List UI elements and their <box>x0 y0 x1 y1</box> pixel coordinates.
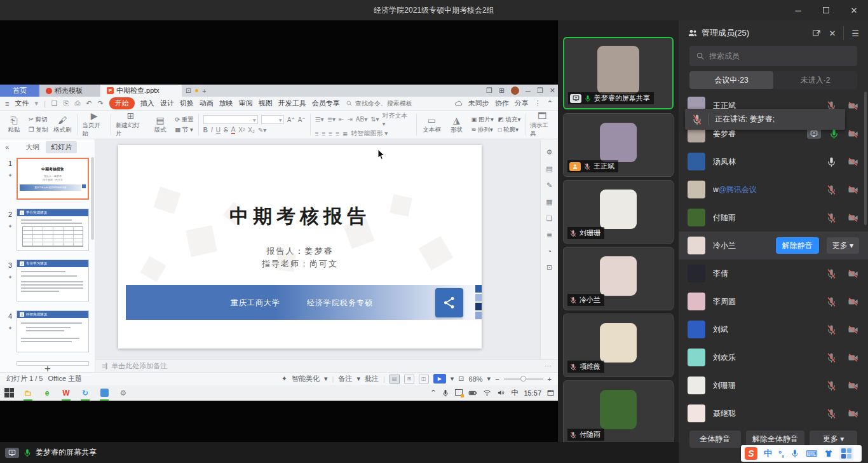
picture-button[interactable]: ▣ 图片▾ <box>471 116 493 124</box>
wps-taskbar-icon[interactable]: W <box>61 388 71 398</box>
tab-in-meeting[interactable]: 会议中·23 <box>689 71 773 89</box>
menu-insert[interactable]: 插入 <box>140 99 154 108</box>
fill-button[interactable]: ◩ 填充▾ <box>498 116 520 124</box>
slideshow-play-button[interactable]: ▶ <box>433 374 446 384</box>
ime-indicator[interactable]: 中 <box>511 388 518 397</box>
mic-on-icon[interactable] <box>23 448 32 457</box>
skin-shirt-icon[interactable] <box>824 449 833 458</box>
video-tile[interactable]: 刘珊珊 <box>563 180 674 244</box>
member-row[interactable]: 刘斌 <box>679 315 868 343</box>
mic-idle-icon[interactable] <box>826 156 837 167</box>
camera-off-icon[interactable] <box>847 128 859 139</box>
maximize-button[interactable] <box>812 0 840 20</box>
indent-increase-icon[interactable]: ⇥ <box>347 116 352 123</box>
mic-muted-icon[interactable] <box>826 268 837 279</box>
menu-devtools[interactable]: 开发工具 <box>278 99 306 108</box>
camera-off-icon[interactable] <box>847 352 859 363</box>
wps-find-input[interactable] <box>355 100 424 107</box>
current-slide[interactable]: 中期考核报告 报告人：姜梦睿 指导老师：尚可文 重庆工商大学 经济学院税务专硕 <box>118 145 482 349</box>
normal-view-button[interactable]: ▤ <box>390 375 400 384</box>
zoom-in-button[interactable]: + <box>548 375 552 383</box>
section-button[interactable]: ▦ 节 ▾ <box>175 126 194 134</box>
wps-right-tool-icon[interactable]: ◔ <box>547 247 552 255</box>
justify-icon[interactable]: ≡ <box>336 130 339 137</box>
align-left-icon[interactable]: ≡ <box>315 130 319 137</box>
slide-thumbnail-2[interactable]: 1学分完成情况 <box>17 209 89 251</box>
wps-minimize-button[interactable]: ─ <box>526 87 531 95</box>
align-text-button[interactable]: 对齐文本 ▾ <box>383 111 412 127</box>
zoom-level[interactable]: 68% <box>469 375 483 383</box>
font-grow-icon[interactable]: A⁺ <box>287 116 295 123</box>
mic-on-icon[interactable] <box>829 128 839 139</box>
tray-expand-icon[interactable]: ⌃ <box>430 389 436 397</box>
menu-review[interactable]: 审阅 <box>239 99 253 108</box>
panel-menu-icon[interactable]: ☰ <box>851 29 859 38</box>
menu-design[interactable]: 设计 <box>160 99 174 108</box>
camera-off-icon[interactable] <box>847 268 859 279</box>
number-list-icon[interactable]: ≣▾ <box>327 116 336 123</box>
new-slide-button[interactable]: ⊞新建幻灯片 <box>116 111 146 138</box>
bold-button[interactable]: B <box>203 127 208 134</box>
soft-keyboard-icon[interactable]: ⌨ <box>806 449 818 459</box>
wps-right-tool-icon[interactable]: ≣ <box>546 231 552 239</box>
menu-view[interactable]: 视图 <box>259 99 273 108</box>
member-row[interactable]: w@腾讯会议 <box>679 176 868 204</box>
text-effect-button[interactable]: ✎▾ <box>258 127 266 134</box>
camera-off-icon[interactable] <box>847 324 859 335</box>
notes-more-icon[interactable]: ⋯ <box>545 362 552 370</box>
slide-thumbnail-4[interactable]: 3科研完成情况 <box>17 310 89 352</box>
speaker-icon[interactable] <box>497 389 505 397</box>
camera-off-icon[interactable] <box>847 156 859 167</box>
format-painter-button[interactable]: 🖌格式刷 <box>52 116 72 134</box>
wps-right-tool-icon[interactable]: ⊡ <box>546 263 552 272</box>
camera-off-icon[interactable] <box>847 408 859 419</box>
screen-share-icon[interactable] <box>807 128 821 139</box>
undo-icon[interactable]: ↶ <box>86 99 92 107</box>
strikethrough-button[interactable]: S <box>224 127 228 134</box>
wps-find-box[interactable] <box>346 100 427 107</box>
present-tools-button[interactable]: 🗔演示工具 <box>530 111 554 138</box>
camera-off-icon[interactable] <box>847 296 859 307</box>
mic-muted-icon[interactable] <box>826 352 837 363</box>
mic-muted-icon[interactable] <box>826 184 837 195</box>
wps-tab-document[interactable]: P中期检查.pptx <box>100 85 182 97</box>
align-center-icon[interactable]: ≡ <box>322 130 325 137</box>
indent-decrease-icon[interactable]: ⇤ <box>339 116 344 123</box>
collapse-panel-icon[interactable]: « <box>5 143 9 151</box>
wps-right-tool-icon[interactable]: ❏ <box>546 214 553 223</box>
share-button[interactable]: 分享 <box>515 99 529 108</box>
zoom-slider[interactable] <box>504 378 543 380</box>
ime-mode-toggle[interactable]: 中 <box>764 448 772 459</box>
camera-off-icon[interactable] <box>847 212 859 223</box>
comments-button[interactable]: 批注 <box>365 374 379 384</box>
collapse-ribbon-icon[interactable]: ⌃ <box>547 99 553 107</box>
layout-button[interactable]: ▤版式 <box>150 116 170 134</box>
settings-gear-icon[interactable]: ⚙ <box>118 388 128 398</box>
sorter-view-button[interactable]: ⊞ <box>404 375 414 384</box>
member-search-input[interactable] <box>709 52 851 60</box>
member-row[interactable]: 李周圆 <box>679 287 868 315</box>
voice-input-icon[interactable] <box>790 449 799 458</box>
member-row[interactable]: 聂继聪 <box>679 399 868 427</box>
superscript-button[interactable]: X² <box>238 127 245 134</box>
sync-status[interactable]: 未同步 <box>468 99 489 108</box>
mic-muted-icon[interactable] <box>826 324 837 335</box>
fit-window-icon[interactable]: ⊡ <box>458 375 464 383</box>
unmute-button[interactable]: 解除静音 <box>776 237 819 254</box>
sync-app-icon[interactable]: ↻ <box>80 388 90 398</box>
distribute-icon[interactable]: ≣ <box>342 130 348 137</box>
sogou-toolbox-icon[interactable] <box>839 446 853 460</box>
video-tile[interactable]: 冷小兰 <box>563 247 674 310</box>
to-smartart-button[interactable]: 转智能图形 ▾ <box>351 129 388 138</box>
wps-account-avatar[interactable] <box>511 86 519 95</box>
new-tab-button[interactable]: + <box>202 87 206 95</box>
mic-muted-icon[interactable] <box>826 380 837 391</box>
member-row-hovered[interactable]: 冷小兰 解除静音 更多 ▾ <box>679 232 868 259</box>
mic-muted-icon[interactable] <box>826 408 837 419</box>
reset-button[interactable]: ⟳ 重置 <box>175 116 194 124</box>
minimize-button[interactable]: ─ <box>784 0 812 20</box>
member-search-box[interactable] <box>689 46 857 66</box>
menu-transition[interactable]: 切换 <box>180 99 194 108</box>
menu-animation[interactable]: 动画 <box>200 99 214 108</box>
member-list-scrollbar[interactable] <box>864 92 867 225</box>
